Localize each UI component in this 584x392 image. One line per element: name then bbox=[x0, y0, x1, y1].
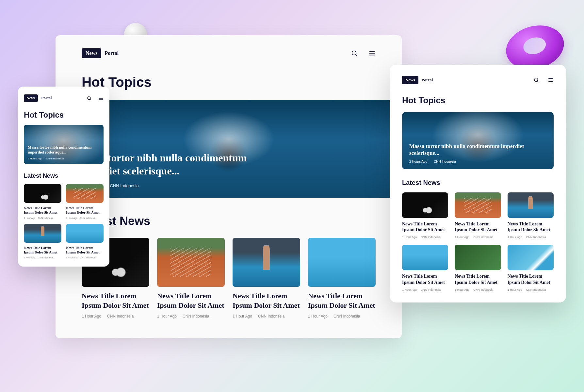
card-meta: 1 Hour Ago CNN Indonesia bbox=[402, 236, 448, 239]
card-time: 1 Hour Ago bbox=[508, 288, 522, 291]
card-time: 1 Hour Ago bbox=[24, 217, 35, 219]
card-image bbox=[508, 245, 554, 270]
svg-point-0 bbox=[352, 51, 356, 55]
card-time: 1 Hour Ago bbox=[455, 236, 469, 239]
hero-article[interactable]: Massa tortor nibh nulla condimentum impe… bbox=[402, 112, 554, 169]
hero-time: 2 Hours Ago bbox=[409, 160, 427, 163]
article-card[interactable]: News Title Lorem Ipsum Dolor Sit Amet 1 … bbox=[157, 238, 225, 318]
card-image bbox=[402, 192, 448, 218]
search-icon[interactable] bbox=[351, 50, 358, 57]
card-source: CNN Indonesia bbox=[333, 314, 360, 318]
card-image bbox=[455, 245, 501, 270]
card-image bbox=[402, 245, 448, 270]
hero-overlay: Massa tortor nibh nulla condimentum impe… bbox=[28, 145, 100, 160]
mobile-viewport: News Portal Hot Topics Massa tortor nibh… bbox=[18, 87, 109, 267]
menu-icon[interactable] bbox=[98, 96, 104, 101]
card-time: 1 Hour Ago bbox=[508, 236, 522, 239]
hero-article[interactable]: Massa tortor nibh nulla condimentum impe… bbox=[24, 125, 104, 164]
card-title: News Title Lorem Ipsum Dolor Sit Amet bbox=[233, 291, 300, 310]
card-source: CNN Indonesia bbox=[38, 256, 53, 259]
card-meta: 1 Hour Ago CNN Indonesia bbox=[157, 314, 225, 318]
header-actions bbox=[87, 96, 104, 101]
card-meta: 1 Hour Ago CNN Indonesia bbox=[233, 314, 300, 318]
article-card[interactable]: News Title Lorem Ipsum Dolor Sit Amet 1 … bbox=[455, 192, 501, 239]
latest-cards: News Title Lorem Ipsum Dolor Sit Amet 1 … bbox=[402, 192, 554, 291]
card-title: News Title Lorem Ipsum Dolor Sit Amet bbox=[508, 273, 554, 285]
logo[interactable]: News Portal bbox=[24, 94, 52, 102]
card-source: CNN Indonesia bbox=[421, 288, 441, 291]
card-meta: 1 Hour Ago CNN Indonesia bbox=[455, 236, 501, 239]
menu-icon[interactable] bbox=[548, 77, 554, 83]
latest-news-heading: Latest News bbox=[82, 214, 376, 228]
card-title: News Title Lorem Ipsum Dolor Sit Amet bbox=[402, 221, 448, 233]
card-image bbox=[157, 238, 225, 287]
card-image bbox=[24, 184, 61, 203]
article-card[interactable]: News Title Lorem Ipsum Dolor Sit Amet 1 … bbox=[66, 184, 104, 219]
card-time: 1 Hour Ago bbox=[66, 256, 77, 259]
card-meta: 1 Hour Ago CNN Indonesia bbox=[508, 236, 554, 239]
card-title: News Title Lorem Ipsum Dolor Sit Amet bbox=[66, 245, 104, 255]
card-time: 1 Hour Ago bbox=[24, 256, 35, 259]
article-card[interactable]: News Title Lorem Ipsum Dolor Sit Amet 1 … bbox=[508, 245, 554, 291]
search-icon[interactable] bbox=[87, 96, 92, 101]
card-meta: 1 Hour Ago CNN Indonesia bbox=[82, 314, 149, 318]
header-actions bbox=[533, 77, 554, 83]
search-icon[interactable] bbox=[533, 77, 539, 83]
card-image bbox=[508, 192, 554, 218]
logo-badge: News bbox=[82, 48, 101, 58]
card-image bbox=[308, 238, 376, 287]
svg-line-11 bbox=[537, 81, 538, 82]
article-card[interactable]: News Title Lorem Ipsum Dolor Sit Amet 1 … bbox=[24, 224, 61, 259]
article-card[interactable]: News Title Lorem Ipsum Dolor Sit Amet 1 … bbox=[66, 224, 104, 259]
card-source: CNN Indonesia bbox=[38, 217, 53, 219]
article-card[interactable]: News Title Lorem Ipsum Dolor Sit Amet 1 … bbox=[308, 238, 376, 318]
card-title: News Title Lorem Ipsum Dolor Sit Amet bbox=[455, 221, 501, 233]
card-time: 1 Hour Ago bbox=[157, 314, 177, 318]
card-source: CNN Indonesia bbox=[473, 236, 493, 239]
article-card[interactable]: News Title Lorem Ipsum Dolor Sit Amet 1 … bbox=[402, 192, 448, 239]
card-meta: 1 Hour Ago CNN Indonesia bbox=[66, 256, 104, 259]
article-card[interactable]: News Title Lorem Ipsum Dolor Sit Amet 1 … bbox=[455, 245, 501, 291]
article-card[interactable]: News Title Lorem Ipsum Dolor Sit Amet 1 … bbox=[24, 184, 61, 219]
latest-news-heading: Latest News bbox=[402, 179, 554, 187]
card-source: CNN Indonesia bbox=[107, 314, 134, 318]
card-time: 1 Hour Ago bbox=[82, 314, 101, 318]
svg-line-6 bbox=[90, 99, 91, 100]
header: News Portal bbox=[402, 76, 554, 84]
card-meta: 1 Hour Ago CNN Indonesia bbox=[308, 314, 376, 318]
card-title: News Title Lorem Ipsum Dolor Sit Amet bbox=[402, 273, 448, 285]
article-card[interactable]: News Title Lorem Ipsum Dolor Sit Amet 1 … bbox=[402, 245, 448, 291]
hero-title: Massa tortor nibh nulla condimentum impe… bbox=[409, 143, 526, 157]
logo[interactable]: News Portal bbox=[402, 76, 433, 84]
logo[interactable]: News Portal bbox=[82, 48, 119, 58]
menu-icon[interactable] bbox=[368, 50, 376, 57]
card-time: 1 Hour Ago bbox=[402, 288, 417, 291]
card-meta: 1 Hour Ago CNN Indonesia bbox=[66, 217, 104, 219]
card-source: CNN Indonesia bbox=[258, 314, 284, 318]
card-image bbox=[455, 192, 501, 218]
hero-source: CNN Indonesia bbox=[46, 157, 64, 160]
card-time: 1 Hour Ago bbox=[308, 314, 328, 318]
card-source: CNN Indonesia bbox=[421, 236, 441, 239]
card-title: News Title Lorem Ipsum Dolor Sit Amet bbox=[455, 273, 501, 285]
card-time: 1 Hour Ago bbox=[233, 314, 252, 318]
hero-meta: 2 Hours Ago CNN Indonesia bbox=[28, 157, 100, 160]
svg-point-10 bbox=[534, 78, 538, 82]
hero-overlay: Massa tortor nibh nulla condimentum impe… bbox=[77, 151, 381, 188]
card-image bbox=[66, 224, 104, 243]
card-title: News Title Lorem Ipsum Dolor Sit Amet bbox=[508, 221, 554, 233]
latest-cards: News Title Lorem Ipsum Dolor Sit Amet 1 … bbox=[24, 184, 104, 259]
latest-news-heading: Latest News bbox=[24, 172, 104, 179]
card-source: CNN Indonesia bbox=[526, 236, 546, 239]
article-card[interactable]: News Title Lorem Ipsum Dolor Sit Amet 1 … bbox=[508, 192, 554, 239]
logo-badge: News bbox=[402, 76, 418, 84]
article-card[interactable]: News Title Lorem Ipsum Dolor Sit Amet 1 … bbox=[233, 238, 300, 318]
card-source: CNN Indonesia bbox=[526, 288, 546, 291]
hero-title: Massa tortor nibh nulla condimentum impe… bbox=[28, 145, 100, 155]
hero-article[interactable]: Massa tortor nibh nulla condimentum impe… bbox=[65, 100, 392, 198]
card-meta: 1 Hour Ago CNN Indonesia bbox=[508, 288, 554, 291]
card-meta: 1 Hour Ago CNN Indonesia bbox=[402, 288, 448, 291]
logo-badge: News bbox=[24, 94, 38, 102]
logo-text: Portal bbox=[41, 96, 52, 101]
logo-text: Portal bbox=[422, 77, 433, 83]
